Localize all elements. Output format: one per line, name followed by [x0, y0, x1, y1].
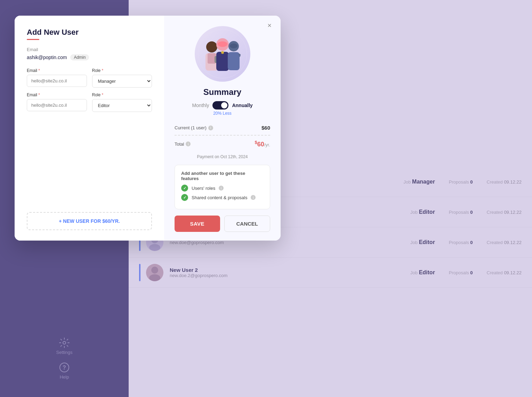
- check-icon-content: [181, 194, 188, 201]
- email-group-2: Email *: [27, 92, 87, 112]
- current-user-label: Email: [27, 47, 152, 52]
- summary-title: Summary: [203, 87, 241, 97]
- form-row-2: Email * Role * Manager Editor Viewer: [27, 92, 152, 112]
- role-group-1: Role * Manager Editor Viewer: [92, 68, 152, 88]
- svg-rect-17: [228, 52, 240, 70]
- role-group-2: Role * Manager Editor Viewer: [92, 92, 152, 112]
- roles-info-icon[interactable]: i: [219, 186, 224, 191]
- save-button[interactable]: SAVE: [175, 216, 220, 232]
- add-new-user-button[interactable]: + NEW USER FOR $60/YR.: [27, 212, 152, 230]
- current-price-value: $60: [261, 125, 270, 131]
- hero-svg: [197, 29, 248, 79]
- current-user-row: ashik@poptin.com Admin: [27, 54, 152, 60]
- current-price-label: Current (1 user) i: [175, 125, 213, 130]
- email-label-2: Email *: [27, 92, 87, 97]
- admin-badge: Admin: [70, 54, 89, 60]
- role-label-1: Role *: [92, 68, 152, 73]
- features-title: Add another user to get these features: [181, 171, 264, 181]
- svg-point-7: [206, 41, 217, 52]
- billing-note: 20% Less: [213, 111, 232, 116]
- role-select-1[interactable]: Manager Editor Viewer: [92, 75, 152, 88]
- price-divider: [175, 135, 270, 136]
- current-price-row: Current (1 user) i $60: [175, 122, 270, 133]
- role-select-2[interactable]: Manager Editor Viewer: [92, 99, 152, 112]
- form-row-1: Email * Role * Manager Editor Viewer: [27, 68, 152, 88]
- feature-item-roles: Users' roles i: [181, 185, 264, 192]
- current-user-section: Email ashik@poptin.com Admin: [27, 47, 152, 60]
- feature-label-roles: Users' roles: [192, 186, 215, 191]
- email-group-1: Email *: [27, 68, 87, 88]
- billing-toggle[interactable]: [212, 101, 228, 110]
- check-icon-roles: [181, 185, 188, 192]
- content-info-icon[interactable]: i: [251, 195, 256, 200]
- role-label-2: Role *: [92, 92, 152, 97]
- hero-illustration: [195, 26, 250, 82]
- current-user-email: ashik@poptin.com: [27, 55, 67, 60]
- payment-date: Payment on Oct 12th, 2024: [197, 154, 248, 159]
- modal-right-panel: ×: [164, 16, 281, 241]
- total-info-icon[interactable]: i: [186, 141, 191, 146]
- title-underline: [27, 39, 39, 40]
- close-button[interactable]: ×: [265, 21, 274, 30]
- add-user-modal: Add New User Email ashik@poptin.com Admi…: [15, 16, 281, 241]
- feature-item-content: Shared content & proposals i: [181, 194, 264, 201]
- svg-point-14: [221, 51, 224, 54]
- email-label-1: Email *: [27, 68, 87, 73]
- modal-title: Add New User: [27, 28, 152, 37]
- total-price-value: $60/yr.: [255, 140, 270, 148]
- billing-monthly-label: Monthly: [192, 103, 209, 108]
- current-info-icon[interactable]: i: [208, 125, 213, 130]
- pricing-section: Current (1 user) i $60 Total i $60/yr.: [175, 122, 270, 151]
- billing-annually-label: Annually: [232, 103, 252, 108]
- svg-point-16: [230, 43, 237, 48]
- billing-toggle-row: Monthly Annually: [192, 101, 252, 110]
- total-price-label: Total i: [175, 141, 191, 147]
- svg-point-12: [218, 41, 227, 47]
- svg-rect-13: [216, 52, 229, 71]
- feature-label-content: Shared content & proposals: [192, 195, 247, 200]
- toggle-knob: [221, 102, 227, 108]
- modal-left-panel: Add New User Email ashik@poptin.com Admi…: [15, 16, 164, 241]
- modal-footer: + NEW USER FOR $60/YR.: [27, 205, 152, 230]
- features-box: Add another user to get these features U…: [175, 165, 270, 209]
- email-input-2[interactable]: [27, 99, 87, 111]
- email-input-1[interactable]: [27, 75, 87, 87]
- total-price-row: Total i $60/yr.: [175, 137, 270, 151]
- action-buttons: SAVE CANCEL: [175, 216, 270, 232]
- cancel-button[interactable]: CANCEL: [224, 216, 271, 232]
